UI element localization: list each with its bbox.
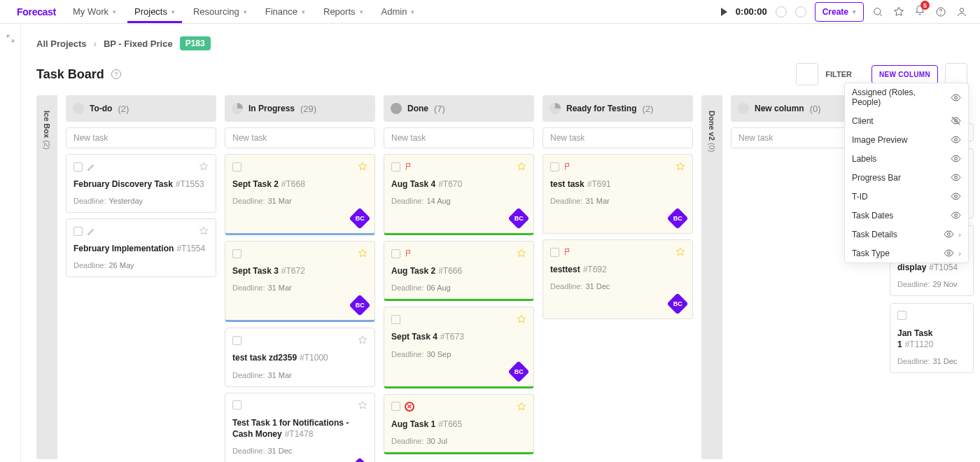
star-icon[interactable] (199, 162, 209, 172)
task-card[interactable]: testtest#T692 Deadline:31 Dec BC (542, 239, 693, 319)
check-circle-icon[interactable] (776, 6, 787, 18)
task-card[interactable]: Sept Task 2#T668 Deadline:31 Mar BC (225, 154, 375, 235)
visibility-menu-item[interactable]: Task Type› (845, 244, 968, 262)
nav-resourcing[interactable]: Resourcing▾ (190, 6, 250, 17)
checkbox[interactable] (391, 162, 400, 172)
nav-label: Finance (265, 6, 298, 17)
assignee-avatar[interactable]: BC (666, 293, 688, 315)
task-card[interactable]: ✕ Aug Task 1#T665 Deadline:30 Jul (384, 394, 534, 454)
breadcrumb-project[interactable]: BP - Fixed Price (104, 38, 173, 49)
star-icon[interactable] (893, 6, 904, 18)
assignee-avatar[interactable]: BC (349, 295, 370, 316)
checkbox[interactable] (74, 162, 83, 172)
checkbox[interactable] (550, 248, 559, 257)
menu-item-label: Task Type (852, 248, 890, 258)
checkbox[interactable] (232, 336, 241, 345)
nav-projects[interactable]: Projects▾ (132, 6, 178, 17)
visibility-menu-item[interactable]: T-ID (845, 187, 968, 206)
chevron-down-icon: ▾ (244, 8, 247, 15)
star-filled-icon[interactable] (517, 314, 526, 324)
star-filled-icon[interactable] (358, 248, 368, 258)
column-header[interactable]: Ready for Testing (2) (542, 95, 693, 122)
checkbox[interactable] (897, 311, 906, 320)
star-filled-icon[interactable] (676, 162, 685, 172)
assignee-avatar[interactable]: BC (666, 208, 688, 230)
create-button[interactable]: Create▾ (815, 2, 864, 22)
visibility-menu-item[interactable]: Labels (845, 149, 968, 168)
chevron-down-icon: ▾ (302, 8, 305, 15)
brand-logo[interactable]: Forecast (17, 6, 56, 18)
task-card[interactable]: test task#T691 Deadline:31 Mar BC (542, 154, 693, 234)
help-icon[interactable] (935, 6, 946, 18)
visibility-menu-item[interactable]: Client (845, 111, 968, 130)
menu-item-label: Labels (852, 154, 876, 164)
checkbox[interactable] (391, 402, 400, 411)
breadcrumb-root[interactable]: All Projects (36, 38, 87, 49)
task-id: #T1054 (929, 262, 958, 272)
nav-right: 0:00:00 Create▾ 5 (721, 2, 967, 22)
column-header[interactable]: In Progress (29) (225, 95, 375, 122)
svg-point-5 (955, 73, 958, 76)
collapsed-column-icebox[interactable]: Ice Box (2) (36, 95, 57, 459)
assignee-avatar[interactable]: BC (349, 208, 370, 230)
expand-rail[interactable] (0, 24, 21, 462)
user-icon[interactable] (956, 6, 967, 18)
task-card[interactable]: February Implementation#T1554 Deadline:2… (66, 218, 216, 277)
nav-admin[interactable]: Admin▾ (379, 6, 418, 17)
task-id: #T1120 (905, 340, 934, 349)
visibility-menu-item[interactable]: Progress Bar (845, 168, 968, 187)
new-task-input[interactable]: New task (542, 127, 693, 148)
checkbox[interactable] (232, 400, 241, 410)
search-icon (802, 69, 812, 79)
assignee-avatar[interactable]: BC (507, 208, 529, 230)
star-filled-icon[interactable] (517, 248, 526, 258)
play-icon[interactable] (721, 8, 727, 16)
task-card[interactable]: Sept Task 3#T672 Deadline:31 Mar BC (225, 241, 375, 322)
collapsed-column-done-v2[interactable]: Done v2 (0) (701, 95, 722, 459)
checkbox[interactable] (391, 249, 400, 258)
task-card[interactable]: test task zd2359#T1000 Deadline:31 Mar (225, 328, 375, 386)
search-icon[interactable] (872, 6, 883, 18)
visibility-menu-item[interactable]: Task Dates (845, 206, 968, 225)
checkbox[interactable] (232, 249, 241, 258)
assignee-avatar[interactable]: BC (507, 360, 529, 382)
task-card[interactable]: Aug Task 2#T666 Deadline:06 Aug (384, 241, 534, 301)
star-filled-icon[interactable] (517, 162, 526, 172)
column-header[interactable]: To-do (2) (66, 95, 216, 122)
new-task-input[interactable]: New task (225, 127, 375, 148)
star-filled-icon[interactable] (676, 247, 685, 257)
notifications[interactable]: 5 (914, 5, 925, 18)
eye-icon (951, 172, 961, 183)
task-card[interactable]: February Discovery Task#T1553 Deadline:Y… (66, 154, 216, 213)
filter-button[interactable]: FILTER (825, 69, 864, 79)
checkbox[interactable] (232, 162, 241, 172)
checkbox[interactable] (391, 315, 400, 324)
star-filled-icon[interactable] (517, 402, 526, 412)
close-circle-icon[interactable] (795, 6, 806, 18)
expand-icon (6, 34, 15, 43)
assignee-avatar[interactable]: CM (349, 457, 370, 462)
checkbox[interactable] (74, 227, 83, 236)
star-filled-icon[interactable] (358, 162, 368, 172)
nav-finance[interactable]: Finance▾ (262, 6, 308, 17)
page-help-icon[interactable]: ? (111, 69, 121, 79)
visibility-menu-item[interactable]: Task Details› (845, 225, 968, 244)
nav-reports[interactable]: Reports▾ (321, 6, 366, 17)
star-icon[interactable] (358, 400, 368, 410)
new-task-input[interactable]: New task (66, 127, 216, 148)
new-column-button[interactable]: NEW COLUMN (872, 65, 938, 84)
task-card[interactable]: Sept Task 4#T673 Deadline:30 Sep BC (384, 307, 534, 388)
task-title: Aug Task 1#T665 (391, 419, 526, 430)
nav-my-work[interactable]: My Work▾ (70, 6, 119, 17)
visibility-menu-item[interactable]: Image Preview (845, 130, 968, 149)
task-card[interactable]: Test Task 1 for Notifications - Cash Mon… (225, 393, 375, 462)
checkbox[interactable] (550, 162, 559, 172)
task-card[interactable]: Jan Task 1#T1120 Deadline:31 Dec (890, 303, 974, 373)
new-task-input[interactable]: New task (384, 127, 534, 148)
column-header[interactable]: Done (7) (384, 95, 534, 122)
board-search-button[interactable] (796, 63, 818, 85)
star-icon[interactable] (358, 335, 368, 345)
star-icon[interactable] (199, 226, 209, 236)
visibility-menu-item[interactable]: Assigned (Roles, People) (845, 83, 968, 111)
task-card[interactable]: Aug Task 4#T670 Deadline:14 Aug BC (384, 154, 534, 235)
